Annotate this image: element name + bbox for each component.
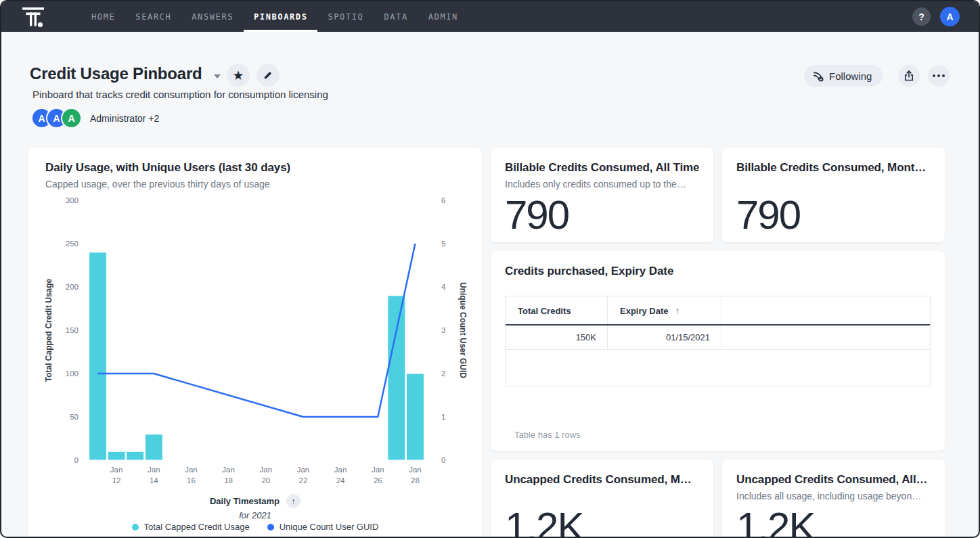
axis-text: 6: [441, 196, 445, 204]
column-header-total-credits[interactable]: Total Credits: [506, 296, 608, 324]
column-header-empty: [721, 296, 930, 324]
cell-total-credits: 150K: [506, 326, 608, 349]
viz-title-daily-usage[interactable]: Daily Usage, with Unique Users (last 30 …: [45, 161, 465, 175]
axis-text: Jan: [372, 466, 384, 474]
column-header-label: Total Credits: [518, 306, 571, 316]
daily-usage-chart-card: Daily Usage, with Unique Users (last 30 …: [28, 148, 482, 538]
page-subtitle: Pinboard that tracks credit consumption …: [32, 89, 328, 100]
legend-label: Total Capped Credit Usage: [144, 522, 250, 532]
axis-text: Jan: [110, 466, 123, 474]
viz-subtitle-daily-usage: Capped usage, over the previous thirty d…: [45, 179, 465, 190]
legend-label: Unique Count User GUID: [280, 522, 379, 532]
bar-jan-28[interactable]: [406, 374, 424, 460]
bar-jan-11[interactable]: [89, 252, 107, 460]
axis-text: Jan: [409, 466, 422, 474]
axis-text: 50: [70, 413, 79, 421]
nav-item-answers[interactable]: ANSWERS: [181, 1, 244, 32]
edit-pencil-button[interactable]: [257, 64, 280, 87]
cell-empty: [721, 326, 930, 349]
following-icon: [812, 70, 824, 82]
axis-text: Jan: [185, 466, 198, 474]
table-header-row: Total Credits Expiry Date ↑: [506, 296, 930, 326]
nav-right: ? A: [912, 1, 979, 32]
axis-text: Jan: [148, 466, 160, 474]
table-row[interactable]: 150K 01/15/2021: [506, 326, 930, 350]
more-options-button[interactable]: [928, 65, 950, 87]
ellipsis-icon: [933, 74, 935, 77]
nav-item-pinboards[interactable]: PINBOARDS: [244, 1, 317, 32]
share-button[interactable]: [898, 65, 920, 87]
kpi-value: 790: [736, 195, 931, 236]
author-avatar[interactable]: A: [61, 108, 82, 129]
viz-title[interactable]: Uncapped Credits Consumed, M…: [505, 473, 699, 487]
viz-subtitle: Includes all usage, including usage beyo…: [736, 491, 931, 502]
authors-label: Administrator +2: [90, 113, 159, 124]
x-axis-sort-button[interactable]: ↑: [286, 494, 300, 508]
viz-subtitle: [736, 179, 931, 190]
pencil-icon: [263, 70, 273, 81]
nav-item-search[interactable]: SEARCH: [125, 1, 181, 32]
chart-legend: Total Capped Credit Usage Unique Count U…: [28, 522, 482, 532]
bar-jan-27[interactable]: [388, 296, 405, 460]
axis-text: Jan: [297, 466, 310, 474]
column-header-label: Expiry Date: [620, 306, 669, 316]
viz-title[interactable]: Billable Credits Consumed, Mont…: [736, 161, 931, 175]
help-button[interactable]: ?: [912, 7, 931, 26]
chevron-down-icon[interactable]: [214, 74, 221, 79]
bar-jan-12[interactable]: [108, 451, 125, 460]
kpi-card-uncapped-all: Uncapped Credits Consumed, All… Includes…: [722, 459, 945, 538]
legend-dot-icon: [267, 524, 274, 531]
following-button[interactable]: Following: [804, 65, 883, 87]
axis-text: Unique Count User GUID: [458, 282, 468, 378]
axis-text: 0: [441, 456, 445, 464]
nav-item-data[interactable]: DATA: [374, 1, 418, 32]
favorite-star-button[interactable]: ★: [227, 64, 250, 87]
kpi-value: 790: [505, 195, 699, 236]
kpi-card-uncapped-month: Uncapped Credits Consumed, M… 1.2K: [491, 459, 713, 538]
viz-subtitle: [505, 491, 699, 502]
user-avatar[interactable]: A: [940, 7, 960, 26]
ellipsis-icon: [942, 74, 945, 77]
ellipsis-icon: [937, 74, 940, 77]
nav-item-admin[interactable]: ADMIN: [418, 1, 468, 32]
credits-purchased-table-card: Credits purchased, Expiry Date Total Cre…: [491, 251, 945, 451]
cell-expiry-date: 01/15/2021: [608, 326, 721, 349]
axis-text: 18: [224, 476, 233, 485]
line-series[interactable]: [98, 244, 416, 417]
bar-jan-13[interactable]: [127, 451, 144, 460]
axis-text: 3: [441, 326, 445, 334]
viz-title[interactable]: Uncapped Credits Consumed, All…: [736, 473, 931, 487]
viz-title[interactable]: Billable Credits Consumed, All Time: [505, 161, 699, 175]
axis-text: 100: [66, 369, 79, 378]
browser-window: HOME SEARCH ANSWERS PINBOARDS SPOTIQ DAT…: [0, 0, 980, 538]
axis-text: 20: [261, 476, 270, 485]
combo-chart-plot: 050100150200250300Total Capped Credit Us…: [41, 189, 468, 486]
column-header-expiry-date[interactable]: Expiry Date ↑: [608, 296, 721, 324]
legend-item-line-series[interactable]: Unique Count User GUID: [267, 522, 379, 532]
nav-item-home[interactable]: HOME: [81, 1, 125, 32]
kpi-value: 1.2K: [736, 507, 931, 538]
axis-text: Jan: [260, 466, 273, 474]
axis-text: 0: [74, 456, 79, 464]
table-empty-area: [506, 350, 930, 386]
nav-tabs: HOME SEARCH ANSWERS PINBOARDS SPOTIQ DAT…: [81, 1, 468, 32]
thoughtspot-logo-icon[interactable]: [22, 1, 46, 32]
kpi-card-billable-all-time: Billable Credits Consumed, All Time Incl…: [491, 148, 713, 242]
authors-row: A A A Administrator +2: [31, 108, 159, 129]
x-axis-subtitle: for 2021: [28, 510, 482, 520]
x-axis-title: Daily Timestamp: [210, 496, 280, 506]
page-title: Credit Usage Pinboard: [30, 64, 202, 83]
kpi-value: 1.2K: [505, 507, 699, 538]
axis-text: 300: [66, 196, 79, 204]
viz-subtitle: Includes only credits consumed up to the…: [505, 179, 699, 190]
axis-text: 12: [112, 476, 121, 485]
viz-title-credits-purchased[interactable]: Credits purchased, Expiry Date: [505, 265, 931, 278]
axis-text: Jan: [222, 466, 235, 474]
legend-item-bar-series[interactable]: Total Capped Credit Usage: [132, 522, 250, 532]
nav-item-spotiq[interactable]: SPOTIQ: [317, 1, 374, 32]
share-icon: [903, 70, 915, 82]
bar-jan-14[interactable]: [145, 434, 162, 460]
axis-text: 1: [441, 413, 445, 421]
legend-dot-icon: [132, 524, 139, 531]
sort-ascending-icon[interactable]: ↑: [675, 305, 680, 316]
